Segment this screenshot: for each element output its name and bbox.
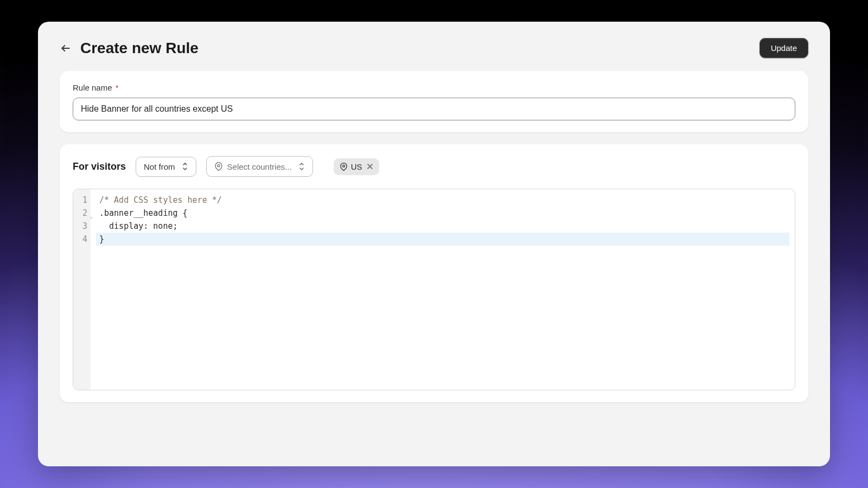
page-title: Create new Rule <box>80 40 199 57</box>
condition-select[interactable]: Not from <box>136 157 196 177</box>
rule-name-input[interactable] <box>73 98 795 120</box>
country-chips: US <box>334 158 379 175</box>
svg-point-2 <box>342 165 344 167</box>
rule-name-label: Rule name * <box>73 83 795 92</box>
line-number: 2⌄ <box>78 207 87 220</box>
code-line[interactable]: /* Add CSS styles here */ <box>96 194 789 207</box>
code-area[interactable]: /* Add CSS styles here */.banner__headin… <box>91 189 795 390</box>
code-line[interactable]: } <box>96 233 789 246</box>
back-arrow-icon[interactable] <box>60 42 72 54</box>
visitors-card: For visitors Not from Select countries..… <box>60 144 808 402</box>
visitors-row: For visitors Not from Select countries..… <box>73 156 795 177</box>
code-line[interactable]: .banner__heading { <box>96 207 789 220</box>
line-number: 1 <box>78 194 87 207</box>
location-pin-icon <box>340 162 348 171</box>
chevron-updown-icon <box>182 162 188 171</box>
rule-name-label-text: Rule name <box>73 83 112 92</box>
app-window: Create new Rule Update Rule name * For v… <box>38 22 830 466</box>
country-select-placeholder: Select countries... <box>227 162 292 171</box>
fold-marker-icon[interactable]: ⌄ <box>90 210 93 223</box>
css-editor[interactable]: 1 2⌄ 3 4 /* Add CSS styles here */.banne… <box>73 189 795 390</box>
code-line[interactable]: display: none; <box>96 220 789 233</box>
page-header: Create new Rule Update <box>60 38 808 58</box>
line-number: 4 <box>78 233 87 246</box>
editor-gutter: 1 2⌄ 3 4 <box>73 189 91 390</box>
line-number: 3 <box>78 220 87 233</box>
location-pin-icon <box>214 162 223 171</box>
update-button[interactable]: Update <box>760 38 808 58</box>
country-select[interactable]: Select countries... <box>206 156 313 177</box>
rule-name-card: Rule name * <box>60 71 808 132</box>
condition-select-value: Not from <box>144 162 175 171</box>
country-chip: US <box>334 158 379 175</box>
country-chip-label: US <box>351 162 362 171</box>
svg-point-1 <box>218 165 220 167</box>
chip-remove-icon[interactable] <box>367 163 373 170</box>
required-marker: * <box>116 83 119 92</box>
chevron-updown-icon <box>298 162 305 171</box>
header-left: Create new Rule <box>60 40 199 57</box>
visitors-label: For visitors <box>73 161 126 172</box>
